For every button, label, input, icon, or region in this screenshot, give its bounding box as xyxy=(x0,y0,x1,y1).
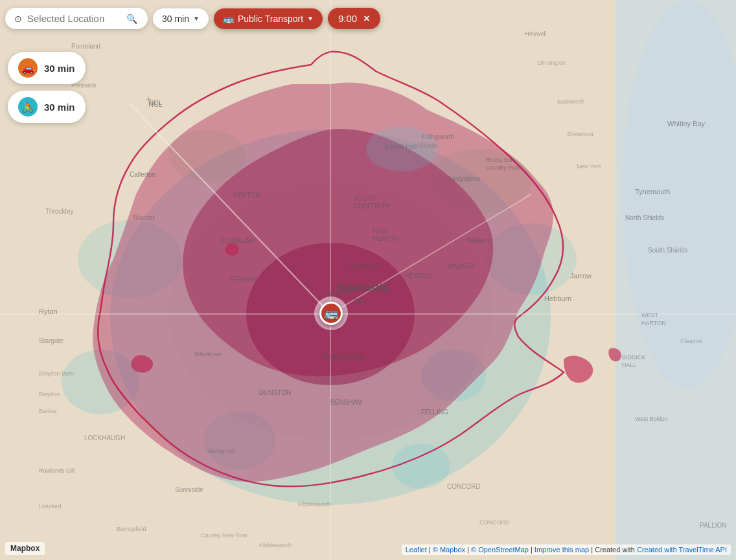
map-container: Newcastle up... Gateshead NCL Ponteland … xyxy=(0,0,736,560)
close-button[interactable]: × xyxy=(363,14,369,24)
svg-text:FELLING: FELLING xyxy=(421,409,448,416)
svg-text:Lintzford: Lintzford xyxy=(39,503,62,510)
svg-text:Backworth: Backworth xyxy=(557,98,584,105)
car-icon: 🚗 xyxy=(18,58,38,78)
time-dropdown[interactable]: 30 min ▼ xyxy=(153,8,209,29)
svg-text:Cleadon: Cleadon xyxy=(680,338,702,344)
mapbox-logo: Mapbox xyxy=(5,542,45,555)
pin-icon: 🚌 xyxy=(324,306,338,320)
osm-link[interactable]: © OpenStreetMap xyxy=(471,546,529,554)
svg-text:Blaydon: Blaydon xyxy=(39,391,60,398)
svg-text:BLAKELAW: BLAKELAW xyxy=(220,237,255,244)
improve-link[interactable]: Improve this map xyxy=(535,546,589,554)
svg-text:HARTON: HARTON xyxy=(641,320,666,326)
svg-text:Blucher: Blucher xyxy=(133,214,155,221)
svg-text:Rowlands Gill: Rowlands Gill xyxy=(39,467,75,474)
svg-text:Whickham: Whickham xyxy=(194,351,222,357)
svg-text:PALLION: PALLION xyxy=(700,522,727,529)
svg-text:Holywell: Holywell xyxy=(525,30,547,37)
svg-text:SOUTH: SOUTH xyxy=(353,195,376,202)
svg-text:BENSHAM: BENSHAM xyxy=(330,399,362,406)
bike-badge[interactable]: 🚴 30 min xyxy=(8,91,86,123)
chevron-down-icon: ▼ xyxy=(193,15,200,22)
svg-text:HIGH: HIGH xyxy=(373,227,389,234)
svg-text:DUNSTON: DUNSTON xyxy=(259,389,291,396)
traveltime-link[interactable]: Created with TravelTime API xyxy=(637,546,727,554)
svg-text:WEST: WEST xyxy=(641,312,659,319)
svg-text:KENTON: KENTON xyxy=(233,192,260,199)
svg-point-12 xyxy=(392,443,450,489)
svg-text:Kibblesworth: Kibblesworth xyxy=(298,501,332,508)
svg-text:Country Park: Country Park xyxy=(486,164,520,171)
svg-text:Marley Hill: Marley Hill xyxy=(207,448,235,454)
svg-text:LOCKHAUGH: LOCKHAUGH xyxy=(84,434,125,442)
pin-outer: 🚌 xyxy=(314,297,348,330)
search-box[interactable]: ⊙ 🔍 xyxy=(5,8,148,29)
svg-text:Callerton: Callerton xyxy=(130,171,155,178)
svg-text:Throckley: Throckley xyxy=(45,208,73,215)
svg-text:JESMOND: JESMOND xyxy=(348,263,380,270)
svg-text:Gateshead: Gateshead xyxy=(323,352,364,361)
svg-text:Tynemouth: Tynemouth xyxy=(635,188,670,196)
attribution-bar: Leaflet | © Mapbox | © OpenStreetMap | I… xyxy=(402,544,731,555)
svg-text:Barlow: Barlow xyxy=(39,408,57,414)
svg-text:NCL: NCL xyxy=(149,99,162,106)
mapbox-link[interactable]: © Mapbox xyxy=(433,546,465,554)
svg-text:CONCORD: CONCORD xyxy=(447,483,481,490)
svg-text:✈: ✈ xyxy=(146,96,151,103)
svg-text:Holystone: Holystone xyxy=(449,175,481,183)
bike-icon: 🚴 xyxy=(18,97,38,117)
svg-text:Shiremoor: Shiremoor xyxy=(567,131,594,137)
svg-text:up...: up... xyxy=(354,295,371,305)
attribution-sep-4: | Created with xyxy=(591,546,637,554)
transport-label: Public Transport xyxy=(238,14,303,24)
chevron-down-transport-icon: ▼ xyxy=(307,15,314,22)
location-icon: ⊙ xyxy=(14,14,22,24)
svg-text:HEATON: HEATON xyxy=(373,235,399,242)
car-badge[interactable]: 🚗 30 min xyxy=(8,52,86,84)
svg-text:FENHAM: FENHAM xyxy=(230,276,257,283)
svg-text:Causey New Row: Causey New Row xyxy=(201,532,247,539)
bus-icon: 🚌 xyxy=(223,14,234,24)
toolbar: ⊙ 🔍 30 min ▼ 🚌 Public Transport ▼ 9:00 × xyxy=(5,8,380,29)
svg-text:Ponteland: Ponteland xyxy=(71,43,100,50)
transport-dropdown[interactable]: 🚌 Public Transport ▼ xyxy=(214,8,323,29)
svg-point-85 xyxy=(366,126,437,172)
time-dropdown-label: 30 min xyxy=(162,14,189,24)
svg-text:Burnopfield: Burnopfield xyxy=(117,526,146,532)
svg-text:CONCORD: CONCORD xyxy=(479,519,510,526)
svg-text:Jarrow: Jarrow xyxy=(570,272,592,280)
bike-badge-label: 30 min xyxy=(44,102,75,113)
mapbox-text: Mapbox xyxy=(10,544,40,553)
svg-text:Blaydon Burn: Blaydon Burn xyxy=(39,370,74,377)
side-badges: 🚗 30 min 🚴 30 min xyxy=(8,52,86,123)
svg-text:HEATON: HEATON xyxy=(405,273,431,280)
svg-text:Whitley Bay: Whitley Bay xyxy=(667,120,706,128)
svg-text:New York: New York xyxy=(577,163,602,170)
svg-text:BIDDICK: BIDDICK xyxy=(622,354,646,361)
svg-text:Kibblesworth: Kibblesworth xyxy=(259,542,293,548)
svg-text:Stargate: Stargate xyxy=(39,337,63,344)
leaflet-link[interactable]: Leaflet xyxy=(406,546,427,554)
svg-text:WALKER: WALKER xyxy=(447,263,474,270)
map-background: Newcastle up... Gateshead NCL Ponteland … xyxy=(0,0,736,560)
svg-text:GOSFORTH: GOSFORTH xyxy=(353,203,389,210)
pin-inner: 🚌 xyxy=(319,302,343,325)
search-icon[interactable]: 🔍 xyxy=(126,14,137,24)
svg-text:Dinnington: Dinnington xyxy=(538,60,566,66)
svg-text:Hebburn: Hebburn xyxy=(544,295,571,302)
search-input[interactable] xyxy=(27,13,121,24)
svg-text:Wallsend: Wallsend xyxy=(466,237,493,244)
car-badge-label: 30 min xyxy=(44,63,75,74)
svg-text:West Boldon: West Boldon xyxy=(635,416,668,422)
time-value: 9:00 xyxy=(338,13,357,24)
svg-text:North Shields: North Shields xyxy=(625,214,664,221)
svg-text:South Shields: South Shields xyxy=(648,247,688,254)
svg-text:HALL: HALL xyxy=(622,362,637,368)
time-box: 9:00 × xyxy=(328,8,380,29)
svg-text:Ryton: Ryton xyxy=(39,308,58,315)
map-pin: 🚌 xyxy=(314,297,348,330)
svg-text:Sunniside: Sunniside xyxy=(175,486,203,493)
svg-text:Rising Sun: Rising Sun xyxy=(486,157,514,163)
